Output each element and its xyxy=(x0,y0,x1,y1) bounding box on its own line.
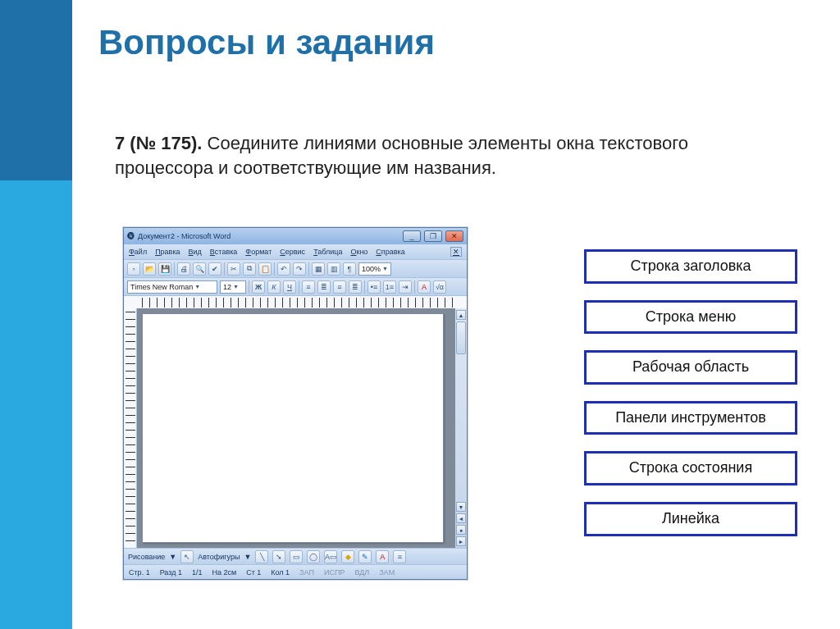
work-area: ▲ ▼ ◄ ● ► xyxy=(124,308,467,548)
save-icon[interactable]: 💾 xyxy=(158,262,171,276)
answer-box[interactable]: Строка состояния xyxy=(584,451,797,485)
answer-box[interactable]: Панели инструментов xyxy=(584,401,797,435)
maximize-button[interactable]: ❐ xyxy=(424,230,442,242)
copy-icon[interactable]: ⧉ xyxy=(243,262,256,276)
align-right-icon[interactable]: ≡ xyxy=(333,280,346,294)
rect-icon[interactable]: ▭ xyxy=(290,550,303,563)
status-at: На 2см xyxy=(212,568,236,577)
spell-icon[interactable]: ✔ xyxy=(208,262,221,276)
menu-tools[interactable]: Сервис xyxy=(280,248,305,256)
menubar[interactable]: Файл Правка Вид Вставка Формат Сервис Та… xyxy=(124,244,467,259)
oval-icon[interactable]: ◯ xyxy=(307,550,320,563)
status-rec: ЗАП xyxy=(299,568,314,577)
window-title: Документ2 - Microsoft Word xyxy=(138,232,231,240)
page-area[interactable] xyxy=(137,308,455,548)
underline-button[interactable]: Ч xyxy=(283,280,296,294)
equation-icon[interactable]: √α xyxy=(433,280,446,294)
titlebar[interactable]: 🅦 Документ2 - Microsoft Word _ ❐ ✕ xyxy=(124,228,467,244)
italic-button[interactable]: К xyxy=(267,280,281,294)
new-icon[interactable]: ▫ xyxy=(127,262,140,276)
select-icon[interactable]: ↖ xyxy=(180,550,194,563)
font-combo[interactable]: Times New Roman▼ xyxy=(127,280,217,294)
slide-title: Вопросы и задания xyxy=(98,23,435,62)
table-icon[interactable]: ▦ xyxy=(312,262,325,276)
status-col: Кол 1 xyxy=(271,568,290,577)
scroll-thumb[interactable] xyxy=(456,321,466,354)
align-left-icon[interactable]: ≡ xyxy=(302,280,315,294)
scroll-up-icon[interactable]: ▲ xyxy=(456,310,466,320)
word-window: 🅦 Документ2 - Microsoft Word _ ❐ ✕ Файл … xyxy=(123,227,468,580)
menu-file[interactable]: Файл xyxy=(129,248,147,256)
word-icon: 🅦 xyxy=(127,232,135,240)
menu-help[interactable]: Справка xyxy=(376,248,404,256)
drawing-label[interactable]: Рисование xyxy=(128,553,165,561)
document-close-button[interactable]: ✕ xyxy=(450,247,462,257)
fill-color-icon[interactable]: ◆ xyxy=(341,550,354,563)
browse-object-icon[interactable]: ● xyxy=(456,525,466,535)
status-trk: ИСПР xyxy=(324,568,345,577)
task-number: 7 (№ 175). xyxy=(115,133,202,153)
columns-icon[interactable]: ▥ xyxy=(327,262,340,276)
textbox-icon[interactable]: A▭ xyxy=(324,550,337,563)
task-prompt: 7 (№ 175). Соедините линиями основные эл… xyxy=(115,131,689,180)
standard-toolbar[interactable]: ▫ 📂 💾 🖨 🔍 ✔ ✂ ⧉ 📋 ↶ ↷ ▦ ▥ ¶ 100%▼ xyxy=(124,259,467,277)
answer-box[interactable]: Линейка xyxy=(584,502,797,536)
font-color2-icon[interactable]: A xyxy=(376,550,389,563)
status-ovr: ЗАМ xyxy=(379,568,395,577)
status-line: Ст 1 xyxy=(246,568,261,577)
status-page: Стр. 1 xyxy=(129,568,150,577)
answer-column: Строка заголовка Строка меню Рабочая обл… xyxy=(584,249,797,536)
align-center-icon[interactable]: ≣ xyxy=(317,280,331,294)
minimize-button[interactable]: _ xyxy=(403,230,421,242)
zoom-combo[interactable]: 100%▼ xyxy=(358,262,391,276)
menu-format[interactable]: Формат xyxy=(245,248,272,256)
scroll-down-icon[interactable]: ▼ xyxy=(456,502,466,512)
size-combo[interactable]: 12▼ xyxy=(220,280,246,294)
arrow-icon[interactable]: ➘ xyxy=(272,550,285,563)
menu-view[interactable]: Вид xyxy=(189,248,202,256)
redo-icon[interactable]: ↷ xyxy=(293,262,306,276)
statusbar: Стр. 1 Разд 1 1/1 На 2см Ст 1 Кол 1 ЗАП … xyxy=(124,564,467,579)
preview-icon[interactable]: 🔍 xyxy=(193,262,206,276)
line-icon[interactable]: ╲ xyxy=(255,550,268,563)
cut-icon[interactable]: ✂ xyxy=(227,262,240,276)
paste-icon[interactable]: 📋 xyxy=(258,262,272,276)
menu-table[interactable]: Таблица xyxy=(313,248,342,256)
bold-button[interactable]: Ж xyxy=(252,280,265,294)
formatting-toolbar[interactable]: Times New Roman▼ 12▼ Ж К Ч ≡ ≣ ≡ ≣ •≡ 1≡… xyxy=(124,277,467,295)
menu-window[interactable]: Окно xyxy=(350,248,368,256)
answer-box[interactable]: Строка меню xyxy=(584,300,797,335)
print-icon[interactable]: 🖨 xyxy=(177,262,190,276)
indent-icon[interactable]: ⇥ xyxy=(399,280,412,294)
accent-stripe xyxy=(0,0,72,629)
status-ext: ВДЛ xyxy=(354,568,369,577)
prev-page-icon[interactable]: ◄ xyxy=(456,513,466,523)
bullets-icon[interactable]: •≡ xyxy=(368,280,381,294)
vertical-ruler[interactable] xyxy=(124,308,137,548)
vertical-scrollbar[interactable]: ▲ ▼ ◄ ● ► xyxy=(455,308,467,548)
undo-icon[interactable]: ↶ xyxy=(277,262,290,276)
answer-box[interactable]: Строка заголовка xyxy=(584,249,797,284)
status-section: Разд 1 xyxy=(160,568,182,577)
line-style-icon[interactable]: ≡ xyxy=(393,550,406,563)
numbering-icon[interactable]: 1≡ xyxy=(383,280,396,294)
close-button[interactable]: ✕ xyxy=(445,230,463,242)
font-color-icon[interactable]: A xyxy=(418,280,431,294)
horizontal-ruler[interactable] xyxy=(124,295,467,308)
autoshapes-label[interactable]: Автофигуры xyxy=(198,553,240,561)
menu-insert[interactable]: Вставка xyxy=(210,248,237,256)
drawing-toolbar[interactable]: Рисование▼ ↖ Автофигуры▼ ╲ ➘ ▭ ◯ A▭ ◆ ✎ … xyxy=(124,548,467,564)
accent-stripe-top xyxy=(0,0,72,180)
menu-edit[interactable]: Правка xyxy=(155,248,180,256)
accent-stripe-bottom xyxy=(0,180,72,629)
next-page-icon[interactable]: ► xyxy=(456,536,466,546)
paragraph-icon[interactable]: ¶ xyxy=(343,262,356,276)
line-color-icon[interactable]: ✎ xyxy=(358,550,372,563)
document-page[interactable] xyxy=(142,313,444,543)
answer-box[interactable]: Рабочая область xyxy=(584,350,797,385)
open-icon[interactable]: 📂 xyxy=(143,262,156,276)
status-pages: 1/1 xyxy=(192,568,203,577)
justify-icon[interactable]: ≣ xyxy=(349,280,362,294)
